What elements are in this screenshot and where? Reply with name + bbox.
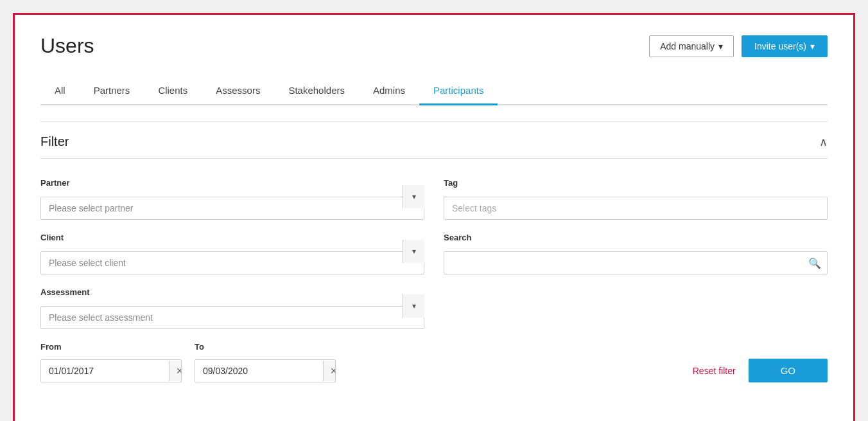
filter-collapse-icon[interactable]: ∧ bbox=[819, 135, 828, 149]
search-col: Search 🔍 bbox=[444, 233, 828, 274]
assessment-label: Assessment bbox=[40, 287, 424, 297]
client-label: Client bbox=[40, 233, 424, 242]
tab-assessors[interactable]: Assessors bbox=[202, 77, 274, 105]
filter-actions: Reset filter GO bbox=[693, 359, 828, 382]
filter-section: Filter ∧ Partner Please select partner ▾… bbox=[40, 121, 828, 389]
partner-select-wrapper: Please select partner ▾ bbox=[40, 197, 424, 220]
empty-col bbox=[444, 287, 828, 329]
invite-dropdown-icon: ▾ bbox=[810, 41, 815, 51]
filter-row-1: Partner Please select partner ▾ Tag bbox=[40, 178, 828, 220]
filter-body: Partner Please select partner ▾ Tag C bbox=[40, 172, 828, 389]
from-clear-button[interactable]: ✕ bbox=[169, 361, 182, 381]
page-title: Users bbox=[40, 34, 94, 58]
assessment-col: Assessment Please select assessment ▾ bbox=[40, 287, 424, 329]
filter-row-3: Assessment Please select assessment ▾ bbox=[40, 287, 828, 329]
page-container: Users Add manually ▾ Invite user(s) ▾ Al… bbox=[13, 13, 855, 421]
from-group: From ✕ bbox=[40, 342, 182, 382]
filter-header: Filter ∧ bbox=[40, 134, 828, 159]
assessment-select-wrapper: Please select assessment ▾ bbox=[40, 306, 424, 329]
tag-col: Tag bbox=[444, 178, 828, 220]
search-wrapper: 🔍 bbox=[444, 251, 828, 274]
search-label: Search bbox=[444, 233, 828, 242]
from-date-input[interactable] bbox=[41, 360, 169, 382]
partner-col: Partner Please select partner ▾ bbox=[40, 178, 424, 220]
add-manually-dropdown-icon: ▾ bbox=[718, 41, 723, 51]
assessment-select[interactable]: Please select assessment bbox=[40, 306, 424, 329]
from-input-wrapper: ✕ bbox=[40, 359, 182, 382]
client-select-wrapper: Please select client ▾ bbox=[40, 251, 424, 274]
tab-stakeholders[interactable]: Stakeholders bbox=[274, 77, 359, 105]
tab-clients[interactable]: Clients bbox=[144, 77, 202, 105]
search-input[interactable] bbox=[444, 251, 828, 274]
tab-admins[interactable]: Admins bbox=[359, 77, 419, 105]
client-select[interactable]: Please select client bbox=[40, 251, 424, 274]
to-group: To ✕ bbox=[195, 342, 336, 382]
bottom-row: From ✕ To ✕ Reset bbox=[40, 342, 828, 382]
go-button[interactable]: GO bbox=[749, 359, 828, 382]
tab-participants[interactable]: Participants bbox=[419, 77, 498, 105]
to-input-wrapper: ✕ bbox=[195, 359, 336, 382]
invite-users-label: Invite user(s) bbox=[754, 41, 806, 51]
tag-input[interactable] bbox=[444, 197, 828, 220]
tab-partners[interactable]: Partners bbox=[80, 77, 144, 105]
date-from-to: From ✕ To ✕ bbox=[40, 342, 336, 382]
header-actions: Add manually ▾ Invite user(s) ▾ bbox=[649, 35, 828, 57]
tabs-nav: All Partners Clients Assessors Stakehold… bbox=[40, 77, 828, 105]
from-label: From bbox=[40, 342, 182, 352]
client-col: Client Please select client ▾ bbox=[40, 233, 424, 274]
add-manually-label: Add manually bbox=[660, 41, 715, 51]
invite-users-button[interactable]: Invite user(s) ▾ bbox=[742, 35, 828, 57]
partner-label: Partner bbox=[40, 178, 424, 188]
to-label: To bbox=[195, 342, 336, 352]
partner-select[interactable]: Please select partner bbox=[40, 197, 424, 220]
filter-row-2: Client Please select client ▾ Search 🔍 bbox=[40, 233, 828, 274]
add-manually-button[interactable]: Add manually ▾ bbox=[649, 35, 734, 57]
filter-title: Filter bbox=[40, 134, 69, 149]
to-date-input[interactable] bbox=[195, 360, 323, 382]
tag-label: Tag bbox=[444, 178, 828, 188]
page-header: Users Add manually ▾ Invite user(s) ▾ bbox=[40, 34, 828, 58]
tab-all[interactable]: All bbox=[40, 77, 80, 105]
reset-filter-button[interactable]: Reset filter bbox=[693, 366, 736, 376]
to-clear-button[interactable]: ✕ bbox=[323, 361, 336, 381]
